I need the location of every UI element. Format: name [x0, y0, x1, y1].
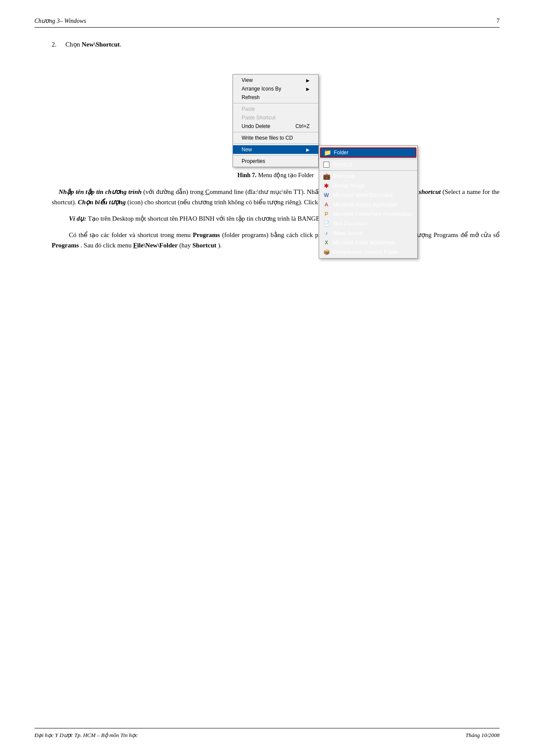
paragraph-2: Ví dụ: Tạo trên Desktop một shortcut tên…	[52, 213, 500, 224]
submenu-item-folder[interactable]: 📁 Folder	[320, 147, 416, 158]
submenu-item-access-label: Microsoft Access Application	[333, 202, 398, 208]
menu-item-write-cd-label: Write these files to CD	[242, 135, 293, 141]
p3-file-new: File\New\Folder	[133, 242, 177, 249]
submenu-item-ppt[interactable]: P Microsoft PowerPoint Presentation	[319, 209, 417, 219]
zip-icon: 📦	[323, 249, 330, 256]
submenu-item-wave[interactable]: ♪ Wave Sound	[319, 228, 417, 238]
submenu-item-text[interactable]: 📄 Text Document	[319, 219, 417, 228]
submenu-item-folder-label: Folder	[334, 150, 348, 156]
submenu-item-briefcase[interactable]: 💼 Briefcase	[319, 172, 417, 181]
submenu-item-excel[interactable]: X Microsoft Excel Worksheet	[319, 238, 417, 247]
p3-part2: (folder programs) bằng cách click phải	[222, 231, 329, 238]
p3-shortcut: Shortcut	[192, 242, 217, 249]
footer-left: Đại học Y Dược Tp. HCM – Bộ môn Tin học	[34, 732, 138, 739]
p1-c-underline: C	[205, 188, 210, 195]
p3-part6: ).	[218, 242, 222, 249]
briefcase-icon: 💼	[323, 173, 330, 180]
menu-item-paste-label: Paste	[242, 106, 255, 112]
submenu-item-bitmap-label: Bitmap Image	[333, 183, 365, 189]
main-content: 2. Chọn New\Shortcut. View ▶ Arrange Ico…	[34, 41, 500, 250]
figure-caption-text: Menu động tạo Folder	[258, 172, 314, 178]
submenu-item-ppt-label: Microsoft PowerPoint Presentation	[333, 211, 412, 217]
submenu-item-briefcase-label: Briefcase	[333, 173, 354, 179]
step-number: 2.	[52, 41, 60, 48]
p3-programs2: Programs	[52, 242, 79, 249]
submenu-sep-1	[319, 159, 417, 159]
page-header: Chương 3– Windows 7	[34, 17, 500, 28]
context-menu-wrapper: View ▶ Arrange Icons By ▶ Refresh Paste	[233, 57, 319, 167]
submenu-item-zip-label: Compressed (zipped) Folder	[333, 249, 398, 255]
menu-item-paste-shortcut-label: Paste Shortcut	[242, 115, 276, 121]
figure-caption: Hình 7. Menu động tạo Folder	[52, 172, 500, 179]
context-menu[interactable]: View ▶ Arrange Icons By ▶ Refresh Paste	[233, 74, 319, 167]
submenu-item-text-label: Text Document	[333, 221, 367, 227]
footer-right: Tháng 10/2008	[466, 732, 500, 739]
menu-item-new[interactable]: New ▶ 📁 Folder ✓	[233, 145, 318, 154]
p3-part4: . Sau đó click menu	[81, 242, 133, 249]
bitmap-icon: ✱	[323, 182, 330, 189]
menu-area: View ▶ Arrange Icons By ▶ Refresh Paste	[52, 57, 500, 167]
submenu-item-word-label: Microsoft Word Document	[333, 192, 393, 198]
submenu-item-access[interactable]: A Microsoft Access Application	[319, 200, 417, 209]
submenu-item-shortcut[interactable]: ✓ Shortcut	[319, 160, 417, 169]
step-text: Chọn New\Shortcut.	[65, 41, 121, 48]
text-icon: 📄	[323, 220, 330, 227]
word-icon: W	[323, 192, 330, 199]
paragraph-1: Nhập tên tập tin chương trình (với đường…	[52, 187, 500, 207]
menu-item-arrange-label: Arrange Icons By	[242, 86, 281, 92]
menu-item-arrange[interactable]: Arrange Icons By ▶	[233, 84, 318, 93]
submenu-item-zip[interactable]: 📦 Compressed (zipped) Folder	[319, 247, 417, 257]
menu-item-write-cd[interactable]: Write these files to CD	[233, 134, 318, 142]
separator-2	[233, 132, 318, 132]
p2-vidu: Ví dụ:	[69, 215, 86, 222]
page-footer: Đại học Y Dược Tp. HCM – Bộ môn Tin học …	[34, 728, 500, 739]
submenu-new[interactable]: 📁 Folder ✓ Shortcut	[319, 145, 418, 259]
header-page-number: 7	[497, 18, 500, 25]
menu-item-view-arrow: ▶	[306, 78, 310, 83]
submenu-item-shortcut-label: Shortcut	[333, 162, 352, 168]
p3-file-underline: F	[133, 242, 137, 249]
shortcut-icon: ✓	[323, 161, 330, 168]
menu-item-arrange-arrow: ▶	[306, 87, 310, 91]
p3-part1: Có thể tạo các folder và shortcut trong …	[69, 231, 193, 238]
menu-item-undo-content: Undo Delete Ctrl+Z	[242, 123, 310, 129]
menu-item-undo[interactable]: Undo Delete Ctrl+Z	[233, 122, 318, 131]
p1-part1: Nhập tên tập tin chương trình	[59, 188, 142, 195]
submenu-item-wave-label: Wave Sound	[333, 230, 362, 236]
p1-chon-bieu: Chọn biểu tượng	[78, 199, 126, 206]
figure-caption-bold: Hình 7.	[237, 172, 256, 178]
access-icon: A	[323, 201, 330, 208]
folder-icon: 📁	[323, 149, 331, 156]
menu-item-undo-shortcut: Ctrl+Z	[295, 123, 310, 129]
page: Chương 3– Windows 7 2. Chọn New\Shortcut…	[0, 0, 534, 756]
menu-item-properties-label: Properties	[242, 158, 265, 164]
menu-item-undo-label: Undo Delete	[242, 123, 270, 129]
header-title: Chương 3– Windows	[34, 17, 86, 25]
p1-part4: (icon) cho shortcut (nếu chương trình kh…	[127, 199, 320, 206]
menu-item-refresh[interactable]: Refresh	[233, 93, 318, 102]
separator-1	[233, 103, 318, 103]
submenu-item-word[interactable]: W Microsoft Word Document	[319, 191, 417, 200]
p3-part5: (hay	[179, 242, 192, 249]
submenu-item-excel-label: Microsoft Excel Worksheet	[333, 240, 394, 246]
menu-item-new-label: New	[242, 147, 252, 153]
separator-3	[233, 144, 318, 144]
submenu-item-bitmap[interactable]: ✱ Bitmap Image	[319, 181, 417, 191]
menu-item-paste-shortcut: Paste Shortcut	[233, 113, 318, 122]
menu-item-new-arrow: ▶	[306, 147, 310, 152]
p3-programs1: Programs	[193, 231, 220, 238]
wave-icon: ♪	[323, 230, 330, 237]
submenu-sep-2	[319, 170, 417, 171]
menu-item-refresh-label: Refresh	[242, 94, 260, 100]
menu-item-view-label: View	[242, 77, 253, 83]
menu-item-view[interactable]: View ▶	[233, 76, 318, 84]
menu-item-properties[interactable]: Properties	[233, 157, 318, 166]
excel-icon: X	[323, 239, 330, 246]
menu-item-paste: Paste	[233, 105, 318, 113]
step-2: 2. Chọn New\Shortcut.	[52, 41, 500, 48]
paragraph-3: Có thể tạo các folder và shortcut trong …	[52, 230, 500, 250]
step-bold-text: New\Shortcut	[82, 41, 120, 48]
ppt-icon: P	[323, 211, 330, 218]
separator-4	[233, 155, 318, 156]
